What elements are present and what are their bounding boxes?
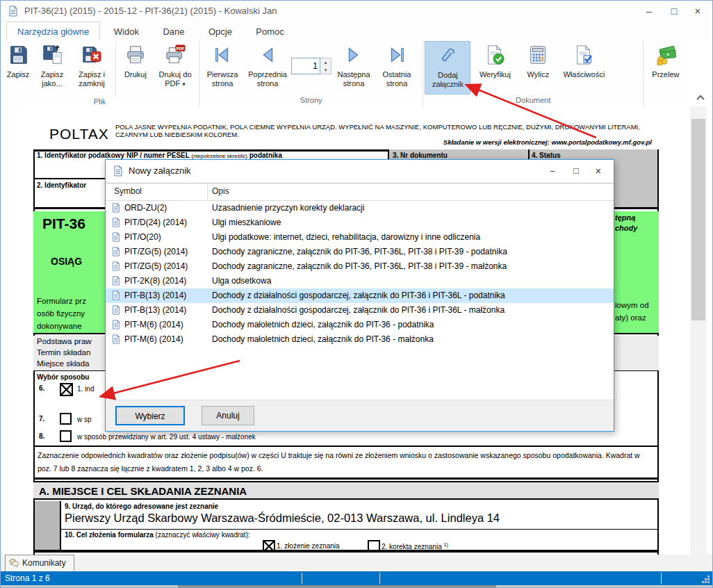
window-title: PIT-36(21) (2015) - 2015-12 - PIT-36(21)… (24, 6, 277, 16)
column-opis[interactable]: Opis (212, 186, 229, 196)
next-page-button[interactable]: Następna strona (331, 41, 376, 93)
attachment-symbol: PIT-2K(8) (2014) (124, 276, 186, 286)
ribbon-group-przelew: Przelew (644, 41, 690, 106)
cancel-button[interactable]: Anuluj (202, 406, 254, 425)
attachment-symbol: PIT-B(13) (2014) (124, 305, 186, 315)
checkbox-item7[interactable] (60, 413, 72, 425)
attachment-description: Ulgi mieszkaniowe (212, 218, 281, 227)
previous-page-button[interactable]: Poprzednia strona (244, 41, 291, 93)
form-heading-fragment: OSIĄG (51, 256, 82, 267)
attachment-row[interactable]: PIT/ZG(5) (2014)Dochody zagraniczne, zał… (106, 245, 614, 259)
vertical-scrollbar[interactable] (690, 106, 707, 555)
document-icon (111, 320, 121, 329)
close-button[interactable]: × (687, 3, 708, 19)
field-3-document-number: 3. Nr dokumentu (393, 152, 448, 159)
messages-tab[interactable]: Komunikaty (5, 555, 74, 571)
print-button[interactable]: Drukuj (118, 41, 153, 93)
ribbon-separator (115, 42, 116, 97)
field-10-label: 10. Cel złożenia formularza (zaznaczyć w… (65, 531, 250, 539)
attachment-row[interactable]: PIT-B(13) (2014)Dochody z działalności g… (106, 288, 614, 303)
calculate-button[interactable]: Wylicz (519, 41, 557, 93)
column-divider[interactable] (207, 183, 208, 200)
taskbar-edge (1, 585, 712, 588)
field-4-status: 4. Status (532, 152, 561, 159)
attachment-symbol: PIT-M(6) (2014) (124, 320, 183, 329)
ribbon-group-strony: Pierwsza strona Poprzednia strona ▴ ▾ Na… (199, 41, 423, 106)
properties-icon (573, 44, 594, 68)
document-icon (111, 291, 121, 300)
attachment-row[interactable]: PIT/ZG(5) (2014)Dochody zagraniczne, zał… (106, 259, 614, 274)
page-indicator: Strona 1 z 6 (5, 573, 50, 583)
form-note: Zaznaczenie odpowiednich kwadratów oraz … (38, 449, 652, 475)
attachment-symbol: PIT/ZG(5) (2014) (124, 261, 188, 271)
last-page-icon (386, 44, 407, 68)
page-number-input[interactable] (291, 58, 320, 74)
scrollbar-thumb[interactable] (691, 119, 705, 320)
minimize-button[interactable]: – (639, 3, 659, 19)
dialog-maximize-button[interactable]: □ (566, 163, 586, 179)
properties-button[interactable]: Właściwości (557, 41, 611, 93)
form-e-filing-note: Składanie w wersji elektronicznej: www.p… (115, 138, 652, 146)
attachment-description: Dochody z działalności gospodarczej, zał… (212, 305, 505, 315)
attachment-symbol: PIT-B(13) (2014) (124, 291, 186, 300)
attachment-row[interactable]: PIT-M(6) (2014)Dochody małoletnich dziec… (106, 332, 614, 347)
dialog-close-button[interactable]: × (589, 163, 608, 179)
dialog-title: Nowy załącznik (129, 165, 191, 176)
dialog-minimize-button[interactable]: – (543, 163, 562, 179)
document-icon (111, 218, 121, 227)
attachment-row[interactable]: PIT-M(6) (2014)Dochody małoletnich dziec… (106, 318, 614, 332)
attachment-list: ORD-ZU(2)Uzasadnienie przyczyn korekty d… (106, 201, 614, 399)
attachment-row[interactable]: PIT-2K(8) (2014)Ulga odsetkowa (106, 274, 614, 288)
document-icon (111, 232, 121, 242)
checkbox-item8[interactable] (60, 430, 72, 442)
document-icon (111, 305, 121, 315)
save-and-close-button[interactable]: Zapisz i zamknij (70, 41, 113, 93)
select-button[interactable]: Wybierz (115, 406, 185, 425)
tab-opcje[interactable]: Opcje (198, 22, 243, 40)
print-to-pdf-button[interactable]: PDF Drukuj do PDF ▾ (153, 41, 197, 93)
ribbon-group-dokument: Dodaj załącznik Weryfikuj Wylicz Właściw… (423, 41, 644, 106)
form-legal-basis: Podstawa praw (37, 337, 92, 345)
save-button[interactable]: Zapisz (2, 41, 34, 93)
field-9-value[interactable]: Pierwszy Urząd Skarbowy Warszawa-Śródmie… (65, 512, 500, 525)
group-label-plik: Plik (2, 97, 197, 106)
form-wybor-label: Wybór sposobu (37, 373, 89, 381)
maximize-button[interactable]: □ (664, 3, 685, 19)
attachment-description: Dochody zagraniczne, załącznik do PIT-36… (212, 261, 507, 271)
dialog-footer: Wybierz Anuluj (106, 400, 614, 431)
first-page-button[interactable]: Pierwsza strona (201, 41, 244, 93)
document-icon (111, 276, 121, 286)
page-number-spinner: ▴ ▾ (291, 58, 331, 74)
resize-grip[interactable] (701, 575, 710, 586)
calculator-icon (527, 44, 548, 68)
attachment-row[interactable]: ORD-ZU(2)Uzasadnienie przyczyn korekty d… (106, 201, 614, 215)
attachment-symbol: PIT/ZG(5) (2014) (124, 247, 188, 256)
paperclip-icon (437, 45, 458, 69)
last-page-button[interactable]: Ostatnia strona (376, 41, 418, 93)
new-attachment-dialog: Nowy załącznik – □ × Symbol Opis ORD-ZU(… (105, 159, 614, 432)
attachment-description: Dochody zagraniczne, załącznik do PIT-36… (212, 247, 507, 256)
tab-dane[interactable]: Dane (152, 22, 195, 40)
transfer-button[interactable]: Przelew (645, 41, 687, 93)
save-as-button[interactable]: Zapisz jako... (34, 41, 70, 93)
collapse-ribbon-icon[interactable] (696, 92, 707, 102)
add-attachment-button[interactable]: Dodaj załącznik (425, 41, 470, 95)
column-symbol[interactable]: Symbol (114, 186, 142, 196)
tab-pomoc[interactable]: Pomoc (245, 22, 294, 40)
ribbon-toolbar: Zapisz Zapisz jako... Zapisz i zamknij D… (1, 41, 690, 107)
document-icon (111, 261, 121, 271)
tab-narzedzia-glowne[interactable]: Narzędzia główne (6, 22, 100, 40)
save-and-close-icon (81, 44, 102, 68)
attachment-symbol: PIT/D(24) (2014) (124, 218, 187, 227)
checkbox-item6[interactable] (60, 383, 73, 396)
verify-button[interactable]: Weryfikuj (470, 41, 519, 93)
attachment-row[interactable]: PIT-B(13) (2014)Dochody z działalności g… (106, 303, 614, 318)
checkbox-zlozenie-label: 1. złożenie zeznania (277, 542, 340, 550)
spin-down-icon[interactable]: ▾ (320, 66, 331, 74)
spin-up-icon[interactable]: ▴ (320, 58, 331, 66)
print-to-pdf-icon: PDF (165, 44, 186, 68)
attachment-row[interactable]: PIT/O(20)Ulgi podatkowe: internet, dziec… (106, 230, 614, 245)
attachment-row[interactable]: PIT/D(24) (2014)Ulgi mieszkaniowe (106, 215, 614, 230)
status-bar: Strona 1 z 6 (1, 571, 712, 585)
tab-widok[interactable]: Widok (104, 22, 149, 40)
